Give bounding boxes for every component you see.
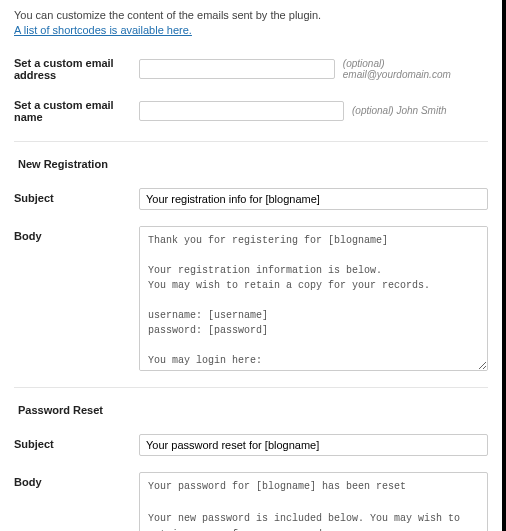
new-registration-subject-row: Subject xyxy=(14,188,488,210)
divider xyxy=(14,387,488,388)
password-reset-body-label: Body xyxy=(14,472,139,488)
new-registration-title: New Registration xyxy=(14,158,488,170)
custom-email-name-input[interactable] xyxy=(139,101,344,121)
new-registration-subject-label: Subject xyxy=(14,188,139,204)
intro-text: You can customize the content of the ema… xyxy=(14,8,488,39)
custom-email-address-row: Set a custom email address (optional) em… xyxy=(14,57,488,81)
new-registration-body-row: Body xyxy=(14,226,488,371)
password-reset-subject-input[interactable] xyxy=(139,434,488,456)
new-registration-subject-input[interactable] xyxy=(139,188,488,210)
password-reset-subject-label: Subject xyxy=(14,434,139,450)
custom-email-address-label: Set a custom email address xyxy=(14,57,139,81)
password-reset-title: Password Reset xyxy=(14,404,488,416)
password-reset-subject-row: Subject xyxy=(14,434,488,456)
new-registration-body-textarea[interactable] xyxy=(139,226,488,371)
password-reset-body-textarea[interactable]: Your password for [blogname] has been re… xyxy=(139,472,488,531)
divider xyxy=(14,141,488,142)
custom-email-name-hint: (optional) John Smith xyxy=(352,105,447,116)
custom-email-name-label: Set a custom email name xyxy=(14,99,139,123)
new-registration-body-label: Body xyxy=(14,226,139,242)
custom-email-name-row: Set a custom email name (optional) John … xyxy=(14,99,488,123)
custom-email-address-input[interactable] xyxy=(139,59,335,79)
custom-email-address-hint: (optional) email@yourdomain.com xyxy=(343,58,488,80)
intro-line: You can customize the content of the ema… xyxy=(14,9,321,21)
shortcodes-link[interactable]: A list of shortcodes is available here. xyxy=(14,24,192,36)
password-reset-body-row: Body Your password for [blogname] has be… xyxy=(14,472,488,531)
